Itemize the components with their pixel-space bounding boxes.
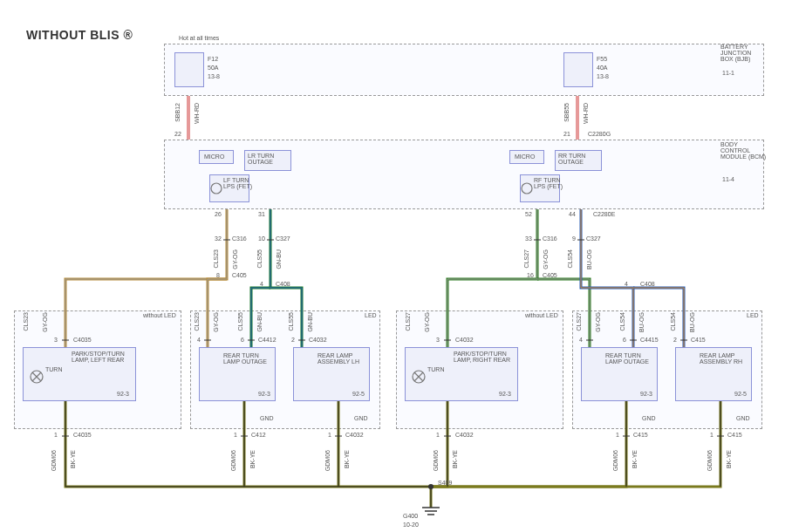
pin-22: 22 [174,131,181,137]
pin-2a: 2 [291,337,295,343]
pin-4b: 4 [579,337,583,343]
bcm-left-outage-lbl: LR TURN OUTAGE [248,153,290,165]
fuse-f12 [174,52,204,87]
lamp-ps-right-lbl: PARK/STOP/TURN LAMP, RIGHT REAR [454,351,516,363]
lamp-ps-right-turn: TURN [427,366,444,372]
conn-C415b: C415 [633,432,648,438]
ckt-GDM06-5: GDM06 [612,450,618,471]
lamp-outage-r-ref: 92-3 [640,391,652,397]
pin-21: 21 [563,131,570,137]
lamp-assy-l-ref: 92-5 [352,391,365,397]
pin-4a: 4 [197,337,201,343]
zone-lbl-2: LED [365,312,377,318]
pin-8: 8 [216,272,220,278]
pin-31: 31 [258,211,265,217]
lamp-assy-r-lbl: REAR LAMP ASSEMBLY RH [700,352,750,365]
conn-C316-r: C316 [543,235,557,242]
zone-lbl-1: without LED [143,312,176,318]
zone-lbl-4: LED [747,312,759,318]
ckt-WHRD2: WH-RD [583,103,589,124]
fuse-f12-ref: 13-8 [208,73,220,79]
hot-label: Hot at all times [179,35,219,41]
bcm-left-micro-lbl: MICRO [204,153,224,160]
bcm-ref: 11-4 [722,176,734,182]
svg-point-4 [428,484,434,489]
conn-G400: G400 [403,513,418,519]
ckt-GDM06-1: GDM06 [51,450,57,471]
pin-1f: 1 [710,432,713,438]
pin-3a: 3 [54,337,58,343]
ckt-CLS27a: CLS27 [523,249,529,268]
ckt-BUOG3: BU-OG [689,312,695,332]
zone-lbl-3: without LED [525,312,558,318]
conn-C408-r: C408 [640,281,655,287]
ckt-CLS27b: CLS27 [405,312,411,331]
ckt-GDM06-6: GDM06 [707,450,713,471]
conn-C405-l: C405 [232,272,247,278]
lamp-assy-l-lbl: REAR LAMP ASSEMBLY LH [317,352,368,365]
bjb-box [164,44,764,96]
bcm-right-outage-lbl: RR TURN OUTAGE [558,153,600,165]
pin-6a: 6 [241,337,244,343]
ckt-BKYE-3: BK-YE [344,450,350,468]
lamp-outage-l-lbl: REAR TURN LAMP OUTAGE [223,352,274,365]
lamp-ps-right-ref: 92-3 [499,391,511,397]
pin-1a: 1 [54,432,58,438]
conn-C4032a: C4032 [309,337,327,343]
bcm-right-micro-lbl: MICRO [515,153,535,160]
ckt-CLS23a: CLS23 [213,249,219,268]
fuse-f55 [563,52,593,87]
conn-C415a: C415 [691,337,706,343]
ckt-CLS55b: CLS55 [237,312,243,331]
pin-1c: 1 [328,432,331,438]
conn-C4032b: C4032 [455,337,474,343]
ckt-GYOG3: GY-OG [543,249,549,269]
bcm-name: BODY CONTROL MODULE (BCM) [720,141,768,160]
ckt-GDM06-4: GDM06 [433,450,439,471]
conn-G400r: 10-20 [403,522,419,528]
pin-33: 33 [525,235,532,242]
fuse-f12-amps: 50A [208,65,218,71]
conn-C415c: C415 [727,432,742,438]
pin-1b: 1 [234,432,237,438]
bcm-left-fet-lbl: LF TURN LPS (FET) [223,177,258,189]
ckt-GDM06-3: GDM06 [324,450,331,471]
lamp-assy-r-ref: 92-5 [734,391,747,397]
conn-C4415: C4415 [640,337,659,343]
pin-44: 44 [569,211,576,217]
conn-C408-l: C408 [276,281,290,287]
ckt-BUOG2: BU-OG [638,312,645,332]
conn-C316-l: C316 [232,235,247,242]
pin-52: 52 [525,211,532,217]
conn-C4032d: C4032 [455,432,474,438]
ckt-GYOG6: GY-OG [595,312,601,332]
ckt-BUOG1: BU-OG [586,249,592,269]
ckt-GNBU2: GN-BU [256,312,263,332]
pin-1e: 1 [616,432,619,438]
conn-C412: C412 [251,432,266,438]
fuse-f55-ref: 13-8 [597,73,609,79]
ckt-BKYE-2: BK-YE [249,450,256,468]
ckt-GDM06-2: GDM06 [230,450,236,471]
ckt-GNBU1: GN-BU [276,249,282,269]
lamp-outage-r-lbl: REAR TURN LAMP OUTAGE [605,352,656,365]
pin-32: 32 [215,235,222,242]
ckt-SBB12: SBB12 [174,103,181,122]
ckt-GYOG5: GY-OG [213,312,219,332]
conn-C327-l: C327 [276,235,290,242]
conn-C2280G: C2280G [588,131,611,137]
conn-C4412: C4412 [258,337,277,343]
ckt-CLS23c: CLS23 [194,312,200,331]
conn-C2280E: C2280E [593,211,615,217]
ckt-BKYE-4: BK-YE [452,450,458,468]
pin-4r: 4 [625,281,628,287]
fuse-f12-id: F12 [208,56,218,62]
pin-1d: 1 [436,432,440,438]
ckt-SBB55: SBB55 [563,103,570,122]
lamp-ps-left-ref: 92-3 [117,391,129,397]
conn-C4035: C4035 [73,337,92,343]
ckt-GYOG4: GY-OG [424,312,430,332]
conn-C327-r: C327 [586,235,601,242]
ckt-BKYE-5: BK-YE [632,450,638,468]
pin-9: 9 [572,235,576,242]
